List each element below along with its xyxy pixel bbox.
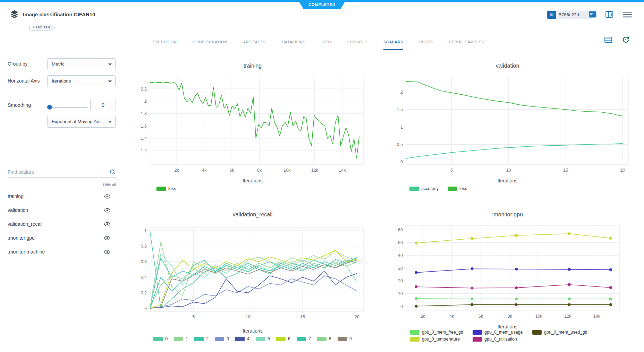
legend-label: 9: [349, 336, 352, 341]
legend-item-7[interactable]: 7: [297, 336, 311, 341]
add-tag-button[interactable]: + ADD TAG: [29, 24, 56, 31]
menu-icon[interactable]: [623, 12, 632, 19]
smoothing-label: Smoothing: [8, 102, 31, 108]
svg-text:0: 0: [400, 160, 403, 164]
comments-icon[interactable]: [589, 11, 596, 19]
tab-console[interactable]: CONSOLE: [347, 40, 367, 50]
hide-all-link[interactable]: Hide all: [103, 183, 116, 187]
smoothing-slider[interactable]: [49, 107, 87, 108]
legend-swatch: [409, 187, 419, 191]
legend-item-gpu-0-mem-used-gb[interactable]: gpu_0_mem_used_gb: [532, 330, 587, 335]
find-scalars-field: [8, 168, 117, 178]
validation-plot[interactable]: 510152000.511.52: [380, 50, 635, 175]
svg-text:2.2: 2.2: [141, 87, 147, 92]
validation-recall-plot[interactable]: 510152000.20.40.60.81: [125, 207, 380, 324]
chart-card-monitor-gpu: :monitor:gpu 2k4k6k8k10k12k14k0102030405…: [380, 207, 635, 352]
legend-item-accuracy[interactable]: accuracy: [409, 186, 439, 191]
eye-icon[interactable]: [104, 222, 110, 228]
legend-item-0[interactable]: 0: [153, 336, 168, 341]
legend-item-2[interactable]: 2: [194, 336, 209, 341]
smoothing-value-input[interactable]: 0: [90, 99, 116, 111]
legend-item-gpu-0-temperature[interactable]: gpu_0_temperature: [410, 337, 473, 342]
svg-text:1: 1: [400, 125, 403, 130]
legend-item-gpu-0-mem-usage[interactable]: gpu_0_mem_usage: [473, 330, 532, 335]
legend-label: 5: [268, 336, 270, 341]
legend-swatch: [410, 330, 420, 335]
chart-legend: 0123456789: [125, 336, 380, 341]
tab-artifacts[interactable]: ARTIFACTS: [243, 40, 266, 50]
legend-swatch: [473, 330, 482, 335]
svg-text:0.2: 0.2: [141, 291, 147, 295]
chevron-down-icon: [108, 121, 112, 123]
legend-label: 8: [329, 336, 331, 341]
refresh-icon[interactable]: [622, 36, 630, 45]
metric-row-training: training: [0, 190, 125, 204]
chart-card-validation: validation 510152000.511.52 Iterations a…: [380, 50, 635, 207]
legend-item-1[interactable]: 1: [174, 336, 188, 341]
tab-configuration[interactable]: CONFIGURATION: [193, 40, 227, 50]
eye-icon[interactable]: [104, 249, 110, 256]
legend-item-gpu-0-utilization[interactable]: gpu_0_utilization: [473, 337, 532, 342]
legend-item-3[interactable]: 3: [215, 336, 229, 341]
tab-scalars[interactable]: SCALARS: [383, 40, 403, 50]
legend-swatch: [276, 337, 286, 341]
eye-icon[interactable]: [104, 235, 110, 242]
legend-item-6[interactable]: 6: [276, 336, 290, 341]
legend-item-5[interactable]: 5: [256, 336, 270, 341]
legend-swatch: [256, 337, 265, 341]
legend-label: loss: [459, 186, 467, 191]
add-tag-label: + ADD TAG: [33, 26, 50, 29]
smoothing-type-select[interactable]: Exponential Moving Av...: [47, 116, 116, 128]
details-panel-icon[interactable]: [605, 11, 613, 19]
eye-icon[interactable]: [104, 208, 110, 214]
svg-text:60: 60: [398, 227, 403, 232]
tab-info[interactable]: INFO: [321, 40, 331, 50]
legend-item-4[interactable]: 4: [235, 336, 249, 341]
legend-item-loss[interactable]: loss: [448, 186, 467, 191]
legend-swatch: [338, 337, 347, 341]
id-label: ID: [547, 11, 556, 19]
tab-bar: EXECUTIONCONFIGURATIONARTIFACTSDATAVIEWS…: [153, 33, 484, 50]
legend-item-loss[interactable]: loss: [156, 186, 176, 191]
id-value[interactable]: 5706e22d ...: [556, 11, 592, 19]
svg-text:0.6: 0.6: [141, 259, 147, 264]
legend-swatch: [532, 330, 542, 335]
svg-text:0.5: 0.5: [397, 142, 403, 147]
svg-text:15: 15: [300, 315, 305, 319]
svg-text:10k: 10k: [283, 168, 291, 173]
smoothing-slider-knob[interactable]: [47, 105, 52, 110]
legend-label: 1: [186, 336, 188, 341]
id-chip[interactable]: ID 5706e22d ...: [547, 11, 592, 19]
table-view-icon[interactable]: [604, 37, 612, 44]
chevron-down-icon: [108, 80, 112, 83]
svg-text:2k: 2k: [174, 168, 179, 173]
sidebar-divider: [0, 95, 125, 95]
svg-text:2: 2: [400, 90, 403, 95]
legend-item-8[interactable]: 8: [317, 336, 331, 341]
tab-dataviews[interactable]: DATAVIEWS: [282, 40, 306, 50]
tab-debug-samples[interactable]: DEBUG SAMPLES: [449, 40, 484, 50]
legend-item-gpu-0-mem-free-gb[interactable]: gpu_0_mem_free_gb: [410, 330, 473, 335]
legend-item-9[interactable]: 9: [338, 336, 352, 341]
svg-text:1.2: 1.2: [141, 148, 147, 153]
training-plot[interactable]: 2k4k6k8k10k12k14k1.21.41.61.822.2: [125, 50, 380, 175]
monitor-gpu-plot[interactable]: 2k4k6k8k10k12k14k0102030405060: [380, 207, 635, 324]
svg-text:0: 0: [144, 306, 147, 311]
svg-text:1: 1: [144, 229, 147, 233]
chart-legend: loss: [156, 186, 176, 191]
horizontal-axis-select[interactable]: Iterations: [47, 75, 116, 87]
legend-label: loss: [168, 186, 176, 191]
tab-execution[interactable]: EXECUTION: [153, 40, 177, 50]
svg-text:0: 0: [400, 304, 403, 309]
svg-text:14k: 14k: [339, 168, 346, 173]
group-by-select[interactable]: Metric: [47, 58, 116, 70]
metric-label: :monitor:gpu: [8, 235, 35, 241]
search-icon[interactable]: [110, 169, 116, 177]
find-scalars-input[interactable]: [8, 168, 105, 177]
legend-swatch: [473, 337, 482, 342]
legend-label: gpu_0_mem_usage: [484, 330, 523, 335]
metric-label: validation_recall: [8, 221, 42, 227]
eye-icon[interactable]: [104, 194, 110, 200]
tab-plots[interactable]: PLOTS: [419, 40, 433, 50]
svg-text:10: 10: [246, 315, 251, 319]
